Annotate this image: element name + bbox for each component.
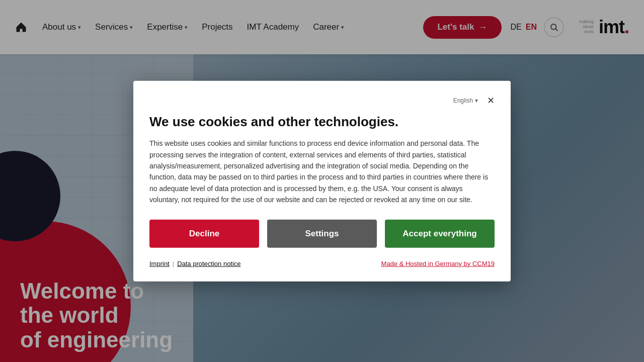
cookie-consent-dialog: English ▾ ✕ We use cookies and other tec… (133, 81, 511, 282)
accept-everything-button[interactable]: Accept everything (385, 219, 495, 247)
imprint-link[interactable]: Imprint (149, 259, 170, 267)
cookie-title: We use cookies and other technologies. (149, 114, 495, 130)
cookie-close-button[interactable]: ✕ (487, 95, 495, 106)
data-protection-link[interactable]: Data protection notice (177, 259, 240, 267)
chevron-down-icon: ▾ (475, 97, 478, 104)
cookie-language-selector[interactable]: English ▾ (453, 97, 478, 104)
decline-button[interactable]: Decline (149, 219, 259, 247)
cookie-footer-hosted: Made & Hosted in Germany by CCM19 (381, 259, 495, 267)
cookie-footer: Imprint | Data protection notice Made & … (149, 259, 495, 267)
cookie-footer-links: Imprint | Data protection notice (149, 259, 241, 267)
settings-button[interactable]: Settings (267, 219, 377, 247)
cookie-buttons: Decline Settings Accept everything (149, 219, 495, 247)
footer-separator: | (173, 259, 174, 267)
cookie-description: This website uses cookies and similar fu… (149, 138, 495, 205)
cookie-lang-bar: English ▾ ✕ (149, 95, 495, 106)
ccm19-link[interactable]: Made & Hosted in Germany by CCM19 (381, 259, 495, 267)
cookie-lang-label: English (453, 97, 473, 104)
